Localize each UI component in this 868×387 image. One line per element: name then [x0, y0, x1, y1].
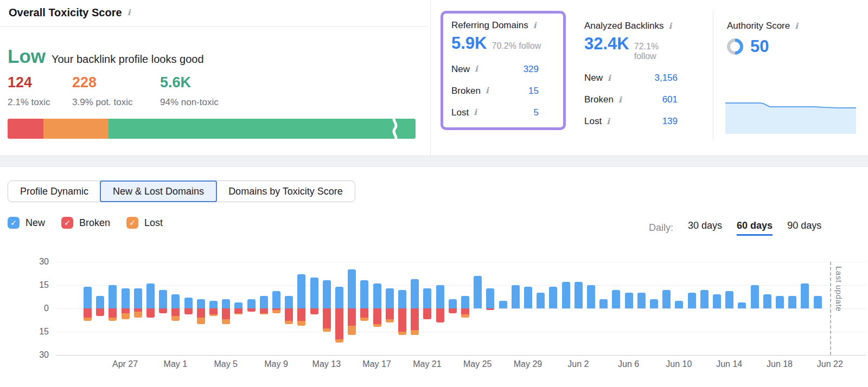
bar-new[interactable] [801, 283, 809, 308]
bar-new[interactable] [272, 291, 280, 308]
bar-new[interactable] [650, 299, 658, 308]
info-icon[interactable]: i [795, 22, 798, 30]
info-icon[interactable]: i [127, 9, 131, 17]
analyzed-backlinks-total[interactable]: 32.4K [584, 35, 629, 53]
referring-row-value[interactable]: 15 [528, 86, 539, 96]
bar-new[interactable] [360, 280, 368, 308]
bar-new[interactable] [575, 282, 583, 308]
bar-broken[interactable] [171, 308, 180, 316]
bar-lost[interactable] [297, 321, 305, 326]
bar-new[interactable] [373, 283, 381, 308]
tab-profile-dynamic[interactable]: Profile Dynamic [8, 181, 100, 202]
bar-new[interactable] [411, 279, 419, 308]
bar-new[interactable] [612, 290, 620, 308]
bar-new[interactable] [297, 274, 305, 308]
bar-broken[interactable] [373, 308, 381, 324]
bar-new[interactable] [260, 296, 268, 308]
bar-broken[interactable] [436, 308, 444, 322]
bar-new[interactable] [122, 288, 130, 308]
bar-new[interactable] [222, 299, 230, 308]
period-option-90-days[interactable]: 90 days [787, 220, 821, 236]
bar-new[interactable] [688, 293, 696, 308]
bar-lost[interactable] [209, 314, 218, 316]
bar-broken[interactable] [310, 308, 318, 314]
bar-broken[interactable] [398, 308, 406, 332]
bar-broken[interactable] [84, 308, 92, 318]
bar-broken[interactable] [486, 308, 494, 310]
referring-row-value[interactable]: 329 [524, 64, 539, 75]
bar-broken[interactable] [360, 308, 368, 318]
bar-new[interactable] [549, 287, 557, 308]
bar-new[interactable] [398, 290, 406, 308]
legend-checkbox-broken[interactable]: ✓ [61, 217, 73, 229]
bar-new[interactable] [499, 301, 507, 308]
referring-domains-total[interactable]: 5.9K [451, 35, 487, 53]
bar-lost[interactable] [323, 328, 331, 332]
bar-lost[interactable] [108, 318, 117, 321]
bar-new[interactable] [159, 290, 167, 308]
bar-lost[interactable] [234, 313, 242, 315]
bar-broken[interactable] [449, 308, 457, 313]
referring-row-value[interactable]: 5 [534, 107, 539, 118]
bar-lost[interactable] [360, 318, 368, 321]
legend-item-broken[interactable]: ✓Broken [61, 217, 110, 229]
bar-new[interactable] [108, 285, 117, 308]
bar-broken[interactable] [335, 308, 343, 339]
period-option-30-days[interactable]: 30 days [688, 220, 722, 236]
bar-lost[interactable] [348, 326, 356, 335]
bar-new[interactable] [524, 287, 532, 308]
bar-new[interactable] [335, 287, 343, 308]
bar-new[interactable] [209, 301, 218, 308]
bar-new[interactable] [474, 276, 482, 308]
analyzed-row-value[interactable]: 3,156 [654, 73, 678, 83]
bar-new[interactable] [662, 290, 671, 308]
bar-new[interactable] [171, 294, 180, 308]
legend-item-new[interactable]: ✓New [8, 217, 45, 229]
bar-new[interactable] [625, 293, 633, 308]
bar-new[interactable] [814, 296, 822, 308]
bar-broken[interactable] [348, 308, 356, 326]
bar-new[interactable] [436, 285, 444, 308]
bar-broken[interactable] [234, 308, 242, 313]
bar-new[interactable] [788, 296, 796, 308]
bar-new[interactable] [738, 302, 746, 308]
bar-new[interactable] [386, 288, 394, 308]
bar-new[interactable] [285, 296, 293, 308]
bar-new[interactable] [637, 293, 646, 308]
bar-lost[interactable] [222, 319, 230, 324]
bar-lost[interactable] [398, 332, 406, 335]
bar-new[interactable] [725, 291, 733, 308]
info-icon[interactable]: i [668, 22, 672, 30]
bar-broken[interactable] [159, 308, 167, 313]
bar-broken[interactable] [411, 308, 419, 330]
info-icon[interactable]: i [486, 87, 489, 95]
bar-new[interactable] [486, 288, 494, 308]
bar-broken[interactable] [461, 308, 469, 314]
tab-new-lost-domains[interactable]: New & Lost Domains [100, 180, 217, 202]
bar-broken[interactable] [222, 308, 230, 319]
bar-new[interactable] [537, 293, 545, 308]
bar-new[interactable] [348, 269, 356, 308]
bar-broken[interactable] [122, 308, 130, 313]
bar-new[interactable] [512, 285, 520, 308]
bar-new[interactable] [675, 301, 683, 308]
bar-new[interactable] [234, 302, 242, 308]
info-icon[interactable]: i [474, 108, 477, 117]
bar-lost[interactable] [461, 314, 469, 318]
analyzed-row-value[interactable]: 139 [662, 116, 678, 127]
bar-broken[interactable] [285, 308, 293, 321]
bar-lost[interactable] [134, 312, 142, 318]
period-option-60-days[interactable]: 60 days [737, 220, 773, 236]
legend-checkbox-lost[interactable]: ✓ [126, 217, 138, 229]
bar-broken[interactable] [323, 308, 331, 328]
bar-new[interactable] [310, 278, 318, 308]
bar-lost[interactable] [285, 321, 293, 324]
bar-new[interactable] [423, 288, 431, 308]
bar-new[interactable] [247, 299, 256, 308]
info-icon[interactable]: i [475, 65, 478, 73]
legend-checkbox-new[interactable]: ✓ [8, 217, 20, 229]
bar-new[interactable] [587, 285, 595, 308]
bar-broken[interactable] [197, 308, 205, 318]
bar-broken[interactable] [96, 308, 104, 316]
info-icon[interactable]: i [618, 96, 622, 104]
